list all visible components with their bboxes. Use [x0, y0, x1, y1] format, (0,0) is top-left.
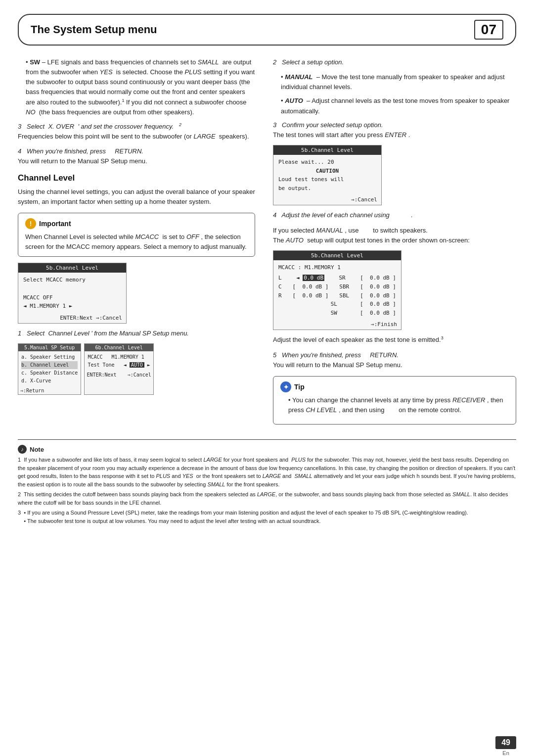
left-column: SW – LFE signals and bass frequencies of…	[18, 57, 267, 430]
tip-box: ✦ Tip You can change the channel levels …	[273, 376, 516, 425]
manual-sp-footer: ⇒:Return	[18, 387, 81, 394]
ch-row-l: L ◄ 0.0 dB SR [ 0.0 dB ]	[278, 274, 396, 283]
page-header: The System Setup menu 07	[18, 14, 516, 46]
caution-screen: 5b.Channel Level Please wait... 20 CAUTI…	[273, 145, 382, 205]
tip-bullet-1: You can change the channel levels at any…	[288, 395, 509, 415]
note-1: 1 If you have a subwoofer and like lots …	[18, 456, 516, 488]
ch-row-sw: SW [ 0.0 dB ]	[278, 309, 396, 318]
note-icon: ♪	[18, 445, 27, 454]
step2-label: 2 Select a setup option.	[273, 57, 516, 67]
note-3: 3 • If you are using a Sound Pressure Le…	[18, 509, 516, 525]
step3-num: 3	[18, 123, 21, 130]
tip-icon: ✦	[280, 381, 291, 392]
ch-row-sl: SL [ 0.0 dB ]	[278, 300, 396, 309]
auto-highlight: AUTO	[130, 362, 144, 368]
step4-adjust-manual: If you selected MANUAL , use to switch s…	[273, 226, 516, 245]
channel-screen-body: MCACC : M1.MEMORY 1 L ◄ 0.0 dB SR [ 0.0 …	[273, 260, 401, 321]
sp-setup-screens: 5.Manual SP Setup a. Speaker Setting b. …	[18, 343, 255, 395]
channel-level-intro: Using the channel level settings, you ca…	[18, 187, 255, 207]
mcacc-line1: Select MCACC memory	[23, 276, 121, 284]
manual-sp-setup-screen: 5.Manual SP Setup a. Speaker Setting b. …	[18, 343, 81, 395]
step1-channel: 1 Select Channel Level ' from the Manual…	[18, 329, 255, 338]
header-title: The System Setup menu	[31, 23, 157, 36]
auto-bullet: AUTO – Adjust channel levels as the test…	[281, 96, 516, 116]
note-2: 2 This setting decides the cutoff betwee…	[18, 490, 516, 507]
important-label: Important	[39, 220, 71, 228]
mcacc-screen-title: 5b.Channel Level	[18, 263, 126, 273]
caution-line2: Loud test tones will	[278, 175, 376, 184]
caution-screen-footer: ⇒:Cancel	[273, 195, 381, 205]
important-text: When Channel Level is selected while MCA…	[25, 232, 248, 251]
step4-adjust-label: 4 Adjust the level of each channel using…	[273, 210, 516, 220]
cl-mcacc-line: MCACC M1.MEMORY 1	[88, 353, 150, 361]
channel-level-heading: Channel Level	[18, 173, 255, 183]
note-label: Note	[30, 446, 44, 453]
sp-item-b: b. Channel Level	[21, 361, 78, 369]
mcacc-line4: ◄ M1.MEMORY 1 ►	[23, 302, 121, 311]
channel-screen-footer: ⇒:Finish	[273, 320, 401, 330]
channel-rows: L ◄ 0.0 dB SR [ 0.0 dB ] C [ 0.0 dB ] SB…	[278, 274, 396, 317]
mcacc-line3: MCACC OFF	[23, 293, 121, 302]
sp-item-c: c. Speaker Distance	[21, 369, 78, 377]
caution-line3: be output.	[278, 184, 376, 193]
page-lang: En	[502, 750, 509, 756]
caution-wait: Please wait... 20	[278, 158, 376, 167]
channel-screen: 5b.Channel Level MCACC : M1.MEMORY 1 L ◄…	[273, 250, 401, 331]
cl-cancel: ⇒:Cancel	[128, 372, 151, 378]
sw-bullet: SW – LFE signals and bass frequencies of…	[26, 57, 255, 117]
tip-label: Tip	[294, 383, 305, 391]
mcacc-screen-footer: ENTER:Next ⇒:Cancel	[18, 314, 126, 323]
important-header: ! Important	[25, 218, 248, 229]
page-number-area: 49 En	[495, 736, 516, 756]
sw-label: SW	[30, 58, 40, 66]
channel-screen-title: 5b.Channel Level	[273, 251, 401, 260]
cl-enter: ENTER:Next	[87, 372, 116, 378]
sp-item-a: a. Speaker Setting	[21, 353, 78, 361]
page-container: The System Setup menu 07 SW – LFE signal…	[0, 14, 534, 756]
step5-return: 5 When you're finished, press RETURN. Yo…	[273, 350, 516, 370]
content-columns: SW – LFE signals and bass frequencies of…	[18, 57, 516, 430]
chapter-number: 07	[474, 20, 503, 40]
important-box: ! Important When Channel Level is select…	[18, 213, 255, 257]
tip-header: ✦ Tip	[280, 381, 509, 392]
cl-test-tone-line: Test Tone ◄ AUTO ►	[88, 361, 150, 369]
channel-level-setup-body: MCACC M1.MEMORY 1 Test Tone ◄ AUTO ►	[85, 351, 153, 371]
ch-row-r: R [ 0.0 dB ] SBL [ 0.0 dB ]	[278, 291, 396, 300]
step3-confirm: 3 Confirm your selected setup option. Th…	[273, 120, 516, 140]
caution-label: CAUTION	[278, 167, 376, 176]
step3-crossover: 3 Select X. OVER ' and set the crossover…	[18, 121, 255, 142]
step4-return: 4 When you're finished, press RETURN. Yo…	[18, 146, 255, 166]
ch-row-c: C [ 0.0 dB ] SBR [ 0.0 dB ]	[278, 283, 396, 291]
adjust-emitted-text: Adjust the level of each speaker as the …	[273, 335, 516, 345]
caution-screen-title: 5b.Channel Level	[273, 145, 381, 155]
warning-icon: !	[25, 218, 36, 229]
mcacc-screen-body: Select MCACC memory MCACC OFF ◄ M1.MEMOR…	[18, 273, 126, 313]
manual-bullet: MANUAL – Move the test tone manually fro…	[281, 72, 516, 92]
caution-screen-body: Please wait... 20 CAUTION Loud test tone…	[273, 155, 381, 195]
sp-return: ⇒:Return	[20, 388, 44, 393]
channel-level-setup-title: 6b.Channel Level	[85, 344, 153, 351]
manual-sp-title: 5.Manual SP Setup	[18, 344, 81, 351]
page-number: 49	[495, 736, 516, 749]
mcacc-screen: 5b.Channel Level Select MCACC memory MCA…	[18, 263, 127, 323]
right-column: 2 Select a setup option. MANUAL – Move t…	[267, 57, 516, 430]
note-section: ♪ Note 1 If you have a subwoofer and lik…	[18, 439, 516, 525]
note-header: ♪ Note	[18, 445, 516, 454]
channel-level-setup-screen: 6b.Channel Level MCACC M1.MEMORY 1 Test …	[84, 343, 153, 395]
manual-sp-body: a. Speaker Setting b. Channel Level c. S…	[18, 351, 81, 387]
sp-item-d: d. X-Curve	[21, 377, 78, 385]
channel-mcacc-line: MCACC : M1.MEMORY 1	[278, 263, 396, 272]
channel-level-setup-footer: ENTER:Next ⇒:Cancel	[85, 371, 153, 378]
